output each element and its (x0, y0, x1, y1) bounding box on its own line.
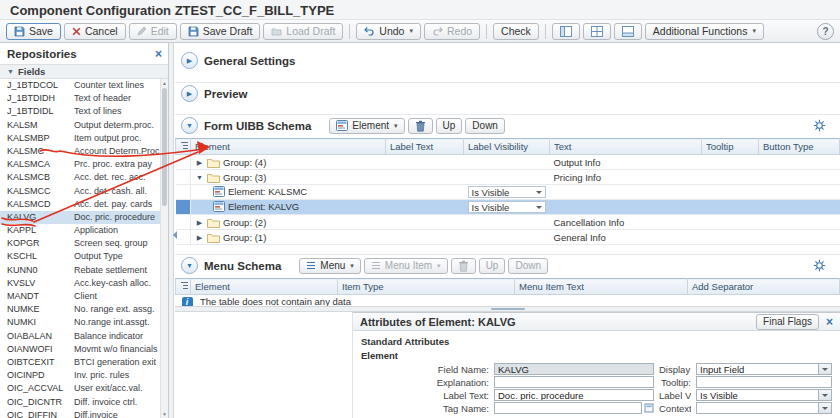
close-repositories-icon[interactable]: × (155, 48, 162, 60)
repository-field-row[interactable]: OIC_DICNTRDiff. invoice ctrl. (0, 396, 160, 409)
repository-field-row[interactable]: OIABALANBalance indicator (0, 330, 160, 343)
uibb-element-row[interactable]: Element: KALSMCIs Visible (176, 185, 840, 200)
column-header[interactable]: Add Separator (688, 279, 840, 295)
repository-field-row[interactable]: OIC_ACCVALUser exit/acc.val. (0, 382, 160, 395)
display-type-select[interactable]: Input Field (696, 363, 832, 375)
context-menu-select[interactable] (696, 402, 832, 414)
column-header[interactable]: Text (550, 139, 702, 155)
value-help-icon[interactable] (644, 403, 654, 413)
add-menu-button[interactable]: Menu ▾ (299, 258, 361, 274)
expand-preview-button[interactable]: ▶ (181, 85, 198, 102)
repository-field-row[interactable]: OIC_DIFFINDiff.invoice (0, 409, 160, 418)
column-header[interactable]: Button Type (759, 139, 840, 155)
layout-grid-button[interactable] (583, 23, 611, 40)
layout-rows-button[interactable] (614, 23, 642, 40)
repository-field-row[interactable]: KALVGDoc. pric. procedure (0, 211, 160, 224)
column-header[interactable]: Tooltip (702, 139, 759, 155)
repository-field-row[interactable]: OICINPDInv. pric. rules (0, 369, 160, 382)
repository-field-row[interactable]: KALSMCCAcc. det. cash. all. (0, 185, 160, 198)
cancel-button[interactable]: Cancel (64, 23, 126, 40)
close-attributes-icon[interactable]: × (826, 316, 833, 328)
repository-field-row[interactable]: MANDTClient (0, 290, 160, 303)
collapse-node-icon[interactable]: ▼ (195, 174, 204, 181)
check-button[interactable]: Check (493, 23, 539, 40)
label-text-input[interactable] (494, 389, 654, 401)
row-selector-cell[interactable] (176, 185, 191, 200)
save-draft-button[interactable]: Save Draft (180, 23, 261, 40)
expand-node-icon[interactable]: ▶ (195, 219, 204, 227)
explanation-input[interactable] (494, 376, 654, 388)
uibb-element-row[interactable]: Element: KALVGIs Visible (176, 200, 840, 215)
column-header[interactable]: Label Text (386, 139, 464, 155)
add-element-button[interactable]: Element ▾ (329, 118, 404, 134)
expand-node-icon[interactable]: ▶ (195, 234, 204, 242)
add-menu-item-button[interactable]: Menu Item ▾ (364, 258, 448, 274)
help-icon[interactable]: ? (817, 23, 834, 40)
move-up-button[interactable]: Up (436, 118, 463, 134)
load-draft-button[interactable]: Load Draft (263, 23, 343, 40)
repository-field-row[interactable]: KALSMCAPrc. proc. extra pay (0, 158, 160, 171)
repository-field-row[interactable]: J_1BTDIDHText of header (0, 92, 160, 105)
column-header[interactable]: Label Visibility (464, 139, 550, 155)
row-selector-cell[interactable] (176, 170, 191, 185)
redo-button[interactable]: Redo (424, 23, 480, 40)
final-flags-button[interactable]: Final Flags (756, 314, 819, 330)
personalization-icon[interactable] (813, 259, 826, 272)
personalization-icon[interactable] (813, 119, 826, 132)
repository-field-row[interactable]: KALSMCDAcc. det. pay. cards (0, 198, 160, 211)
save-button[interactable]: Save (6, 23, 61, 40)
repository-field-row[interactable]: KUNN0Rebate settlement (0, 264, 160, 277)
tooltip-input[interactable] (696, 376, 832, 388)
repository-field-row[interactable]: KSCHLOutput Type (0, 250, 160, 263)
additional-functions-button[interactable]: Additional Functions ▾ (645, 23, 764, 40)
column-header[interactable]: Element (191, 139, 386, 155)
delete-menu-item-button[interactable] (451, 258, 476, 274)
repository-field-row[interactable]: NUMKINo.range int.assgt. (0, 316, 160, 329)
label-visibility-select[interactable]: Is Visible (696, 389, 832, 401)
expand-node-icon[interactable]: ▶ (195, 159, 204, 167)
collapse-form-uibb-button[interactable]: ▼ (181, 117, 198, 134)
column-header[interactable]: Item Type (338, 279, 515, 295)
row-selector-cell[interactable] (176, 215, 191, 230)
uibb-group-row[interactable]: ▶Group: (4)Output Info (176, 155, 840, 170)
menu-move-up-button[interactable]: Up (479, 258, 506, 274)
label-visibility-select[interactable]: Is Visible (468, 201, 546, 213)
repository-field-row[interactable]: OIBTCEXITBTCI generation exit (0, 356, 160, 369)
scrollbar-thumb[interactable] (162, 88, 167, 206)
undo-button[interactable]: Undo ▾ (356, 23, 421, 40)
label-visibility-select[interactable]: Is Visible (468, 186, 546, 198)
move-down-button[interactable]: Down (465, 118, 505, 134)
splitter-grip[interactable] (491, 308, 525, 310)
fields-group-header[interactable]: ▼ Fields (0, 64, 168, 79)
tag-name-input[interactable] (494, 402, 642, 414)
menu-move-down-button[interactable]: Down (508, 258, 548, 274)
collapse-menu-schema-button[interactable]: ▼ (181, 257, 198, 274)
row-selector-cell[interactable] (176, 155, 191, 170)
row-selector-cell[interactable] (176, 200, 191, 215)
row-selector-cell[interactable] (176, 230, 191, 245)
panel-splitter[interactable] (169, 43, 174, 418)
column-header[interactable]: Menu Item Text (515, 279, 688, 295)
uibb-group-row[interactable]: ▶Group: (1)General Info (176, 230, 840, 245)
repository-field-row[interactable]: OIANWOFIMovmt w/o financials (0, 343, 160, 356)
repository-field-row[interactable]: J_1BTDIDLText of lines (0, 105, 160, 118)
repository-field-row[interactable]: KVSLVAcc.key-cash alloc. (0, 277, 160, 290)
scroll-up-icon[interactable]: ▲ (161, 80, 168, 86)
repository-field-row[interactable]: KALSMCBAcc. det. rec. acc. (0, 171, 160, 184)
expand-general-settings-button[interactable]: ▶ (181, 52, 198, 69)
uibb-group-row[interactable]: ▶Group: (2)Cancellation Info (176, 215, 840, 230)
repository-field-row[interactable]: KAPPLApplication (0, 224, 160, 237)
repository-field-row[interactable]: KALSMBPItem output proc. (0, 132, 160, 145)
column-header[interactable]: Element (191, 279, 338, 295)
uibb-group-row[interactable]: ▼Group: (3)Pricing Info (176, 170, 840, 185)
repository-field-row[interactable]: J_1BTDCOLCounter text lines (0, 79, 160, 92)
repositories-scrollbar[interactable]: ▲ ▼ (160, 79, 168, 418)
layout-columns-button[interactable] (552, 23, 580, 40)
scroll-down-icon[interactable]: ▼ (161, 411, 168, 417)
repository-field-row[interactable]: KALSMOutput determ.proc. (0, 119, 160, 132)
delete-element-button[interactable] (408, 118, 433, 134)
repository-field-row[interactable]: KALSMCAccount Determ.Proc. (0, 145, 160, 158)
field-name-input[interactable] (494, 363, 654, 375)
repository-field-row[interactable]: KOPGRScreen seq. group (0, 237, 160, 250)
edit-button[interactable]: Edit (129, 23, 177, 40)
